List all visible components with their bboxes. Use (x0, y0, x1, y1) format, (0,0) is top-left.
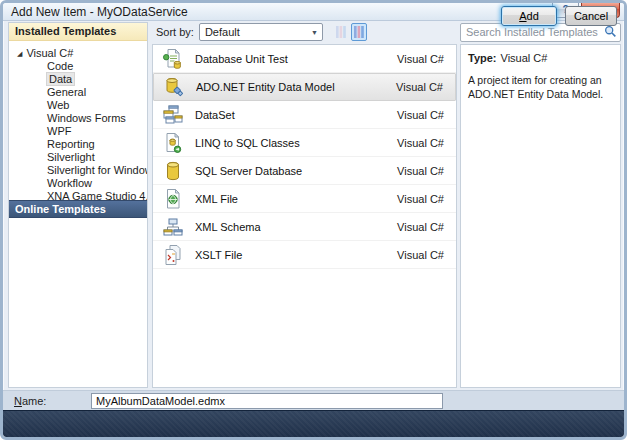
sidebar-item-label: Web (47, 99, 69, 111)
sidebar-item-silverlight[interactable]: Silverlight (17, 151, 147, 164)
online-templates-header[interactable]: Online Templates (9, 200, 147, 218)
template-name: XML File (195, 193, 397, 205)
sidebar-item-label: WPF (47, 125, 71, 137)
sidebar-item-label: Workflow (47, 177, 92, 189)
cancel-button-label: Cancel (574, 10, 608, 22)
template-row-database-unit-test[interactable]: Database Unit Test Visual C# (153, 45, 456, 73)
xml-schema-icon (162, 216, 184, 238)
sidebar-item-web[interactable]: Web (17, 99, 147, 112)
sidebar-item-visual-csharp[interactable]: ◢ Visual C# (17, 46, 147, 60)
template-category-tree: ◢ Visual C# Code Data General Web Window… (9, 41, 147, 203)
sidebar-item-silverlight-for-windows-phone[interactable]: Silverlight for Windows Phone (17, 164, 147, 177)
dialog-title: Add New Item - MyODataService (11, 5, 188, 19)
medium-icons-view-icon (354, 26, 364, 38)
add-new-item-dialog: Add New Item - MyODataService ? ✕ Instal… (0, 0, 627, 440)
sidebar-item-label: Data (47, 73, 74, 85)
template-row-dataset[interactable]: DataSet Visual C# (153, 101, 456, 129)
template-language: Visual C# (397, 137, 444, 149)
xslt-file-icon (162, 244, 184, 266)
small-icons-view-icon (336, 26, 346, 38)
footer-bar (3, 410, 624, 437)
template-language: Visual C# (397, 109, 444, 121)
tree-expander-icon[interactable]: ◢ (17, 50, 22, 57)
sidebar-item-label: General (47, 86, 86, 98)
medium-icons-view-button[interactable] (351, 23, 367, 41)
template-name: SQL Server Database (195, 165, 397, 177)
add-button[interactable]: Add (501, 6, 557, 26)
template-name: ADO.NET Entity Data Model (196, 81, 396, 93)
ado-net-entity-data-model-icon (163, 76, 185, 98)
sidebar-item-reporting[interactable]: Reporting (17, 138, 147, 151)
sidebar-item-code[interactable]: Code (17, 60, 147, 73)
name-label: Name: (14, 395, 46, 407)
sidebar-item-label: Windows Forms (47, 112, 126, 124)
small-icons-view-button[interactable] (333, 23, 349, 41)
sidebar-item-label: Code (47, 60, 73, 72)
sort-by-value: Default (200, 26, 307, 38)
name-row: Name: (3, 390, 624, 410)
name-input[interactable] (91, 393, 443, 409)
template-language: Visual C# (397, 165, 444, 177)
dropdown-arrow-icon: ▼ (307, 29, 322, 36)
template-name: Database Unit Test (195, 53, 397, 65)
template-row-sql-server-database[interactable]: SQL Server Database Visual C# (153, 157, 456, 185)
sidebar-item-data[interactable]: Data (17, 73, 147, 86)
template-name: XSLT File (195, 249, 397, 261)
template-language: Visual C# (396, 81, 443, 93)
template-name: LINQ to SQL Classes (195, 137, 397, 149)
sql-server-database-icon (162, 160, 184, 182)
template-description: A project item for creating an ADO.NET E… (468, 73, 613, 101)
template-row-linq-to-sql-classes[interactable]: LINQ to SQL Classes Visual C# (153, 129, 456, 157)
template-name: DataSet (195, 109, 397, 121)
sidebar-item-label: Silverlight for Windows Phone (47, 164, 148, 176)
cancel-button[interactable]: Cancel (565, 6, 617, 26)
template-language: Visual C# (397, 193, 444, 205)
template-row-xslt-file[interactable]: XSLT File Visual C# (153, 241, 456, 269)
search-icon[interactable] (604, 25, 617, 38)
template-details-panel: Type:Visual C# A project item for creati… (460, 44, 621, 388)
type-label: Type: (468, 52, 497, 64)
type-value: Visual C# (501, 52, 548, 64)
sidebar-item-wpf[interactable]: WPF (17, 125, 147, 138)
installed-templates-header[interactable]: Installed Templates (9, 23, 147, 41)
template-language: Visual C# (397, 221, 444, 233)
add-button-label: Add (519, 10, 539, 22)
template-row-ado-net-entity-data-model[interactable]: ADO.NET Entity Data Model Visual C# (153, 73, 456, 101)
sidebar-item-label: Silverlight (47, 151, 95, 163)
template-name: XML Schema (195, 221, 397, 233)
template-type-line: Type:Visual C# (468, 52, 613, 64)
template-language: Visual C# (397, 53, 444, 65)
sidebar-item-windows-forms[interactable]: Windows Forms (17, 112, 147, 125)
linq-to-sql-classes-icon (162, 132, 184, 154)
sidebar-item-label: Reporting (47, 138, 95, 150)
template-language: Visual C# (397, 249, 444, 261)
xml-file-icon (162, 188, 184, 210)
sort-by-label: Sort by: (156, 26, 194, 38)
sidebar-item-workflow[interactable]: Workflow (17, 177, 147, 190)
sort-by-dropdown[interactable]: Default ▼ (199, 23, 323, 41)
tree-root-label: Visual C# (26, 47, 73, 59)
templates-tree-panel: Installed Templates ◢ Visual C# Code Dat… (8, 22, 148, 388)
database-unit-test-icon (162, 48, 184, 70)
template-row-xml-file[interactable]: XML File Visual C# (153, 185, 456, 213)
view-toggle-group (333, 23, 367, 41)
template-row-xml-schema[interactable]: XML Schema Visual C# (153, 213, 456, 241)
list-toolbar: Sort by: Default ▼ (152, 22, 457, 42)
template-list: Database Unit Test Visual C# ADO.NET Ent… (152, 44, 457, 388)
sidebar-item-general[interactable]: General (17, 86, 147, 99)
dataset-icon (162, 104, 184, 126)
